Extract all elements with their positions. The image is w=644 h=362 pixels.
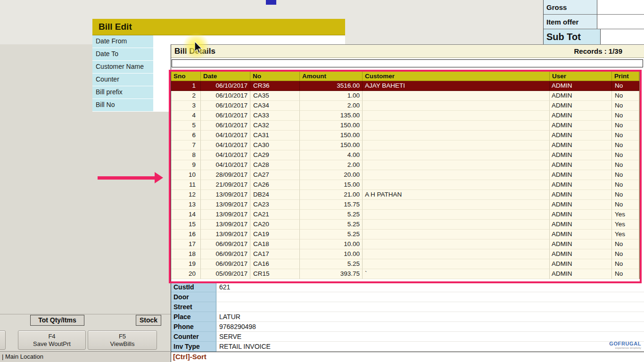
place-value: LATUR xyxy=(216,312,644,322)
customer-name-label: Customer Name xyxy=(92,61,154,74)
counter-detail-value: SERVE xyxy=(216,332,644,342)
detail-row-street: Street xyxy=(171,302,644,312)
street-value xyxy=(216,302,644,312)
detail-row-counter: Counter SERVE xyxy=(171,332,644,342)
arrow-shaft xyxy=(98,176,155,180)
totals-row-gross: Gross xyxy=(544,0,644,15)
inv-type-value: RETAIL INVOICE xyxy=(216,342,644,352)
records-counter: Records : 1/39 xyxy=(574,47,622,55)
logo-tagline-text: experience simplicity xyxy=(605,346,641,350)
logo-brand-text: GOFRUGAL xyxy=(605,341,641,346)
detail-row-phone: Phone 9768290498 xyxy=(171,322,644,332)
tot-qty-itms-button[interactable]: Tot Qty/Itms xyxy=(30,315,84,326)
item-offer-label: Item offer xyxy=(544,15,597,29)
street-label: Street xyxy=(171,302,216,312)
status-location-text: | Main Location xyxy=(2,353,43,360)
f5-key-label: F5 xyxy=(88,333,157,340)
totals-panel: Gross Item offer Sub Tot xyxy=(543,0,644,44)
partial-fkey-button[interactable] xyxy=(0,330,6,350)
customer-details: CustId 621 Door Street Place LATUR Phone… xyxy=(171,282,644,352)
f5-action-label: ViewBills xyxy=(88,340,157,347)
app-window: Gross Item offer Sub Tot Bill Edit Date … xyxy=(0,0,644,362)
door-label: Door xyxy=(171,292,216,302)
sort-hint-text: [Ctrl]-Sort xyxy=(173,353,206,361)
counter-detail-label: Counter xyxy=(171,332,216,342)
sort-hint-bar: [Ctrl]-Sort xyxy=(171,352,644,362)
custid-label: CustId xyxy=(171,282,216,292)
date-from-label: Date From xyxy=(92,35,154,48)
detail-row-place: Place LATUR xyxy=(171,312,644,322)
f5-viewbills-button[interactable]: F5 ViewBills xyxy=(88,330,157,350)
door-value xyxy=(216,292,644,302)
highlight-box xyxy=(169,70,642,283)
inv-type-label: Inv Type xyxy=(171,342,216,352)
place-label: Place xyxy=(171,312,216,322)
date-to-label: Date To xyxy=(92,48,154,61)
search-input[interactable] xyxy=(172,59,643,67)
phone-label: Phone xyxy=(171,322,216,332)
item-offer-value xyxy=(597,15,644,29)
custid-value: 621 xyxy=(216,282,644,292)
highlight-arrow-icon xyxy=(98,172,164,183)
gross-label: Gross xyxy=(544,0,597,14)
status-bar: | Main Location xyxy=(0,351,170,362)
f4-action-label: Save WoutPrt xyxy=(18,340,85,347)
phone-value: 9768290498 xyxy=(216,322,644,332)
top-blue-marker xyxy=(266,0,276,5)
bill-prefix-label: Bill prefix xyxy=(92,86,154,99)
mouse-cursor-icon xyxy=(195,41,202,53)
bill-no-label: Bill No xyxy=(92,99,154,112)
bottom-panel: Tot Qty/Itms Stock F4 Save WoutPrt F5 Vi… xyxy=(0,314,171,362)
bill-details-titlebar: Bill Details Records : 1/39 xyxy=(171,45,644,58)
stock-button[interactable]: Stock xyxy=(136,315,161,326)
f4-key-label: F4 xyxy=(18,333,85,340)
gross-value xyxy=(597,0,644,14)
arrow-head xyxy=(155,172,163,183)
totals-row-sub-tot: Sub Tot xyxy=(544,29,644,44)
counter-label: Counter xyxy=(92,74,154,86)
f4-save-woutprt-button[interactable]: F4 Save WoutPrt xyxy=(18,330,86,350)
bill-edit-title: Bill Edit xyxy=(92,19,345,35)
gofrugal-logo: GOFRUGAL experience simplicity xyxy=(605,341,641,350)
sub-tot-label: Sub Tot xyxy=(544,29,600,44)
sub-tot-value xyxy=(600,29,644,44)
detail-row-door: Door xyxy=(171,292,644,302)
detail-row-custid: CustId 621 xyxy=(171,282,644,292)
detail-row-inv-type: Inv Type RETAIL INVOICE xyxy=(171,342,644,352)
totals-row-item-offer: Item offer xyxy=(544,15,644,29)
